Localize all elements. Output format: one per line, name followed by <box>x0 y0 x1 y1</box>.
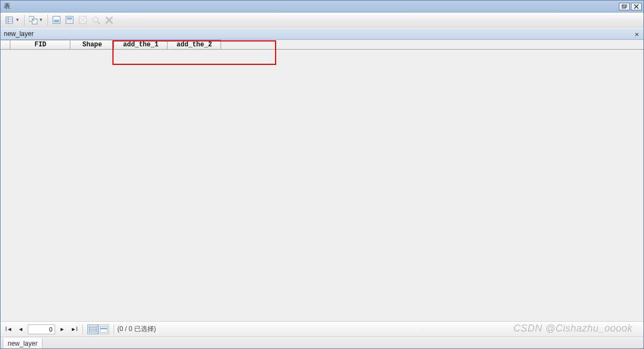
window-controls <box>619 3 642 10</box>
chevron-down-icon: ▼ <box>15 17 20 22</box>
column-header[interactable]: Shape <box>70 40 114 49</box>
svg-rect-14 <box>67 17 72 20</box>
view-mode-toggle <box>87 324 109 334</box>
zoom-selected-button[interactable] <box>90 14 102 26</box>
svg-rect-12 <box>54 20 59 22</box>
show-selected-records-button[interactable] <box>98 324 109 334</box>
select-by-attributes-button[interactable] <box>51 14 63 26</box>
svg-point-19 <box>93 17 98 22</box>
row-handle-header[interactable] <box>1 40 10 49</box>
svg-rect-13 <box>66 16 73 23</box>
column-header[interactable]: add_the_2 <box>168 40 221 49</box>
tab-label: new_layer <box>8 340 38 347</box>
svg-rect-4 <box>6 17 13 23</box>
separator <box>24 15 25 26</box>
first-record-button[interactable]: I◄ <box>4 324 14 334</box>
next-record-button[interactable]: ► <box>57 324 67 334</box>
column-header[interactable]: FID <box>10 40 70 49</box>
separator <box>114 324 114 334</box>
separator <box>47 15 48 26</box>
table-options-button[interactable]: ▼ <box>4 14 21 26</box>
table-body-empty <box>1 50 643 321</box>
window-title: 表 <box>4 2 10 11</box>
attribute-table: FID Shape add_the_1 add_the_2 <box>1 40 643 321</box>
selection-count-label: (0 / 0 已选择) <box>117 324 156 334</box>
close-icon[interactable] <box>631 3 642 10</box>
prev-record-button[interactable]: ◄ <box>16 324 26 334</box>
table-header-row: FID Shape add_the_1 add_the_2 <box>1 40 643 50</box>
titlebar: 表 <box>1 1 643 13</box>
window: 表 ▼ ▼ <box>0 0 644 349</box>
chevron-down-icon: ▼ <box>39 17 43 22</box>
close-layer-button[interactable]: × <box>633 29 641 38</box>
record-navigator: I◄ ◄ ► ►I (0 / 0 已选择) <box>1 321 643 336</box>
show-all-records-button[interactable] <box>87 324 98 334</box>
svg-line-20 <box>98 22 100 24</box>
svg-rect-28 <box>100 328 108 329</box>
restore-icon[interactable] <box>619 3 630 10</box>
layer-tab[interactable]: new_layer <box>3 338 43 348</box>
toolbar: ▼ ▼ <box>1 13 643 28</box>
current-record-input[interactable] <box>28 324 55 334</box>
layer-name-label: new_layer <box>4 30 34 38</box>
switch-selection-button[interactable] <box>64 14 76 26</box>
delete-selected-button[interactable] <box>103 14 115 26</box>
related-tables-button[interactable]: ▼ <box>27 14 45 26</box>
layer-header: new_layer × <box>1 28 643 40</box>
last-record-button[interactable]: ►I <box>69 324 79 334</box>
tab-bar: new_layer <box>1 336 643 348</box>
separator <box>82 324 83 334</box>
column-header[interactable]: add_the_1 <box>114 40 168 49</box>
svg-rect-15 <box>67 20 72 22</box>
clear-selection-button[interactable] <box>77 14 89 26</box>
